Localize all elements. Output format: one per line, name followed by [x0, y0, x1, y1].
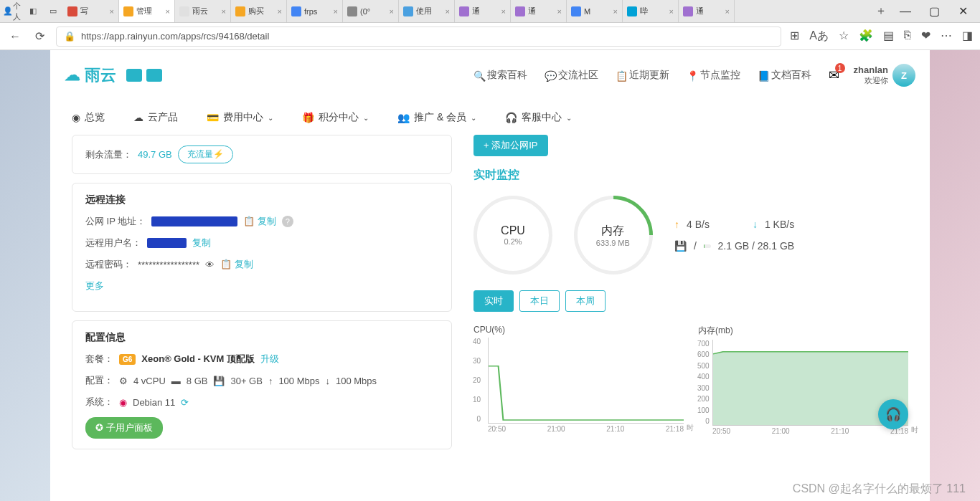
browser-tab[interactable]: 购买× [231, 0, 287, 22]
plan-label: 套餐： [85, 353, 113, 366]
header-badge-1[interactable] [126, 69, 142, 82]
recharge-traffic-button[interactable]: 充流量⚡ [178, 145, 233, 163]
minimize-button[interactable]: — [891, 1, 920, 22]
download-arrow-icon: ↓ [753, 219, 758, 230]
close-tab-icon[interactable]: × [557, 7, 562, 16]
copy-pwd-button[interactable]: 📋 复制 [220, 258, 253, 271]
close-tab-icon[interactable]: × [446, 7, 450, 16]
browser-tab[interactable]: 通× [679, 0, 735, 22]
back-button[interactable]: ← [7, 29, 23, 44]
eye-icon[interactable]: 👁 [205, 259, 215, 270]
topnav-link[interactable]: 📘文档百科 [758, 69, 811, 82]
support-fab[interactable]: 🎧 [878, 399, 908, 429]
browser-tab[interactable]: 通× [511, 0, 567, 22]
browser-tab[interactable]: M× [567, 0, 623, 22]
monitor-title: 实时监控 [473, 168, 908, 183]
subnav-item[interactable]: ◉总览 [72, 111, 105, 124]
apps-icon[interactable]: ⊞ [790, 29, 799, 44]
close-tab-icon[interactable]: × [334, 7, 338, 16]
topnav-link[interactable]: 📋近期更新 [616, 69, 669, 82]
time-range-button[interactable]: 实时 [473, 290, 514, 312]
sidebar-icon[interactable]: ◨ [962, 29, 973, 44]
close-tab-icon[interactable]: × [278, 7, 282, 16]
browser-tab[interactable]: 使用× [399, 0, 455, 22]
os-label: 系统： [85, 396, 113, 409]
browser-tab[interactable]: 管理× [119, 0, 175, 22]
subnav-item[interactable]: ☁云产品 [133, 111, 178, 124]
close-tab-icon[interactable]: × [110, 7, 114, 16]
read-aloud-icon[interactable]: Aあ [809, 29, 829, 44]
topnav-link[interactable]: 📍节点监控 [687, 69, 740, 82]
health-icon[interactable]: ❤ [921, 29, 930, 44]
subnav-item[interactable]: 🎧客服中心 ⌄ [505, 111, 572, 124]
collections-icon[interactable]: ▤ [883, 29, 894, 44]
help-icon[interactable]: ? [282, 216, 293, 227]
address-bar: ← ⟳ 🔒 https://app.rainyun.com/apps/rcs/9… [0, 23, 980, 50]
welcome-text: 欢迎你 [854, 75, 888, 86]
browser-tab[interactable]: 通× [455, 0, 511, 22]
traffic-label: 剩余流量： [85, 148, 132, 161]
browser-tab[interactable]: 雨云× [175, 0, 231, 22]
brand-logo[interactable]: ☁ 雨云 [65, 65, 116, 86]
user-info[interactable]: zhanlan 欢迎你 Z [854, 64, 915, 87]
browser-tab[interactable]: frps× [287, 0, 343, 22]
extensions-icon[interactable]: 🧩 [859, 29, 873, 44]
topnav-link[interactable]: 💬交流社区 [545, 69, 598, 82]
disk-icon: 💾 [213, 376, 225, 386]
subnav-item[interactable]: 💳费用中心 ⌄ [207, 111, 273, 124]
ram-value: 8 GB [187, 376, 208, 386]
close-tab-icon[interactable]: × [222, 7, 226, 16]
traffic-value: 49.7 GB [138, 149, 172, 160]
close-tab-icon[interactable]: × [166, 7, 170, 16]
close-tab-icon[interactable]: × [501, 7, 506, 16]
more-icon[interactable]: ⋯ [941, 29, 952, 44]
close-tab-icon[interactable]: × [669, 7, 674, 16]
mail-icon[interactable]: ✉1 [829, 67, 839, 83]
close-window-button[interactable]: ✕ [948, 1, 977, 22]
header-badge-2[interactable] [146, 69, 162, 82]
browser-tab[interactable]: (0°× [343, 0, 399, 22]
time-range-button[interactable]: 本周 [565, 290, 606, 312]
copy-user-button[interactable]: 复制 [192, 237, 211, 249]
close-tab-icon[interactable]: × [390, 7, 394, 16]
avatar[interactable]: Z [892, 64, 915, 87]
chevron-down-icon: ⌄ [471, 114, 476, 122]
remote-user-censored [147, 238, 187, 248]
subnav-item[interactable]: 🎁积分中心 ⌄ [302, 111, 369, 124]
time-range-button[interactable]: 本日 [519, 290, 560, 312]
upgrade-link[interactable]: 升级 [260, 353, 279, 366]
more-link[interactable]: 更多 [85, 280, 104, 292]
url-input[interactable]: 🔒 https://app.rainyun.com/apps/rcs/94168… [56, 27, 781, 47]
close-tab-icon[interactable]: × [725, 7, 730, 16]
cpu-chart: CPU(%) 403020100 时 20:5021:0021:1021:18 [473, 325, 684, 435]
new-tab-button[interactable]: ＋ [871, 4, 891, 19]
favorite-icon[interactable]: ☆ [839, 29, 849, 44]
g6-badge: G6 [119, 354, 136, 365]
sub-user-panel-button[interactable]: ✪ 子用户面板 [85, 417, 163, 439]
sync-icon[interactable]: ⎘ [904, 29, 911, 44]
topnav-link[interactable]: 🔍搜索百科 [473, 69, 527, 82]
chevron-down-icon: ⌄ [363, 114, 369, 122]
sub-nav: ◉总览☁云产品💳费用中心 ⌄🎁积分中心 ⌄👥推广 & 会员 ⌄🎧客服中心 ⌄ [50, 100, 930, 135]
copy-ip-button[interactable]: 📋 复制 [243, 215, 276, 228]
down-value: 100 Mbps [336, 376, 377, 386]
chevron-down-icon: ⌄ [566, 114, 572, 122]
refresh-os-icon[interactable]: ⟳ [181, 397, 189, 408]
cpu-value: 4 vCPU [133, 376, 166, 386]
close-tab-icon[interactable]: × [613, 7, 618, 16]
refresh-button[interactable]: ⟳ [32, 29, 47, 44]
add-public-ip-button[interactable]: + 添加公网IP [473, 135, 548, 156]
url-text: https://app.rainyun.com/apps/rcs/94168/d… [81, 31, 269, 42]
tabview-icon[interactable]: ▭ [43, 3, 63, 20]
disk-stat-icon: 💾 [674, 240, 687, 252]
cpu-gauge: CPU 0.2% [473, 196, 552, 275]
browser-tab[interactable]: 哔× [623, 0, 679, 22]
profile-button[interactable]: 👤个人 [3, 3, 23, 20]
workspaces-icon[interactable]: ◧ [23, 3, 43, 20]
hw-label: 配置： [85, 374, 113, 387]
maximize-button[interactable]: ▢ [920, 1, 948, 22]
browser-tab-strip: 👤个人 ◧ ▭ 写×管理×雨云×购买×frps×(0°×使用×通×通×M×哔×通… [0, 0, 980, 23]
browser-tab[interactable]: 写× [63, 0, 119, 22]
subnav-item[interactable]: 👥推广 & 会员 ⌄ [397, 111, 476, 124]
net-down: 1 KB/s [765, 219, 794, 230]
